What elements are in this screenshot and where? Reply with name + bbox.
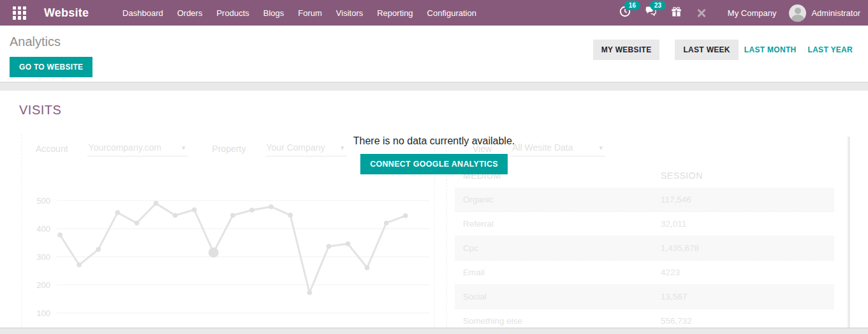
- navbar-systray: 16 23 My Company Administrator: [614, 3, 860, 22]
- empty-state-overlay: There is no data currently available. CO…: [0, 135, 868, 174]
- messages-button[interactable]: 23: [640, 3, 662, 22]
- company-switcher[interactable]: My Company: [728, 8, 777, 18]
- svg-text:500: 500: [36, 196, 50, 206]
- main-menu: Dashboard Orders Products Blogs Forum Vi…: [115, 8, 483, 18]
- menu-item-visitors[interactable]: Visitors: [329, 8, 370, 18]
- menu-item-configuration[interactable]: Configuration: [420, 8, 483, 18]
- table-cell: 32,011: [661, 219, 834, 229]
- apps-grid-icon[interactable]: [13, 6, 26, 20]
- svg-text:100: 100: [36, 308, 50, 318]
- user-avatar: [789, 4, 806, 22]
- my-website-button[interactable]: MY WEBSITE: [593, 40, 660, 60]
- table-row: Organic117,546: [455, 188, 834, 212]
- svg-text:200: 200: [36, 280, 50, 290]
- table-cell: 13,567: [661, 292, 834, 301]
- app-brand[interactable]: Website: [44, 6, 89, 20]
- user-menu[interactable]: Administrator: [789, 4, 860, 22]
- top-navbar: Website Dashboard Orders Products Blogs …: [0, 0, 868, 26]
- table-cell: 1,435,678: [661, 243, 834, 253]
- table-cell: Social: [463, 292, 661, 301]
- page-title: Analytics: [10, 34, 92, 49]
- ghost-table-body: Organic117,546Referral32,011Cpc1,435,678…: [455, 188, 834, 328]
- menu-item-orders[interactable]: Orders: [170, 8, 210, 18]
- filter-last-year-button[interactable]: LAST YEAR: [802, 40, 859, 60]
- table-cell: Organic: [463, 195, 661, 204]
- visits-dashboard: VISITS Account Yourcompany.com ▾ Propert…: [0, 91, 868, 328]
- table-row: Email4223: [455, 261, 834, 285]
- table-cell: Cpc: [463, 243, 661, 253]
- activity-count-badge: 16: [624, 1, 640, 10]
- message-count-badge: 23: [650, 1, 666, 10]
- svg-text:400: 400: [36, 224, 50, 234]
- table-row: Cpc1,435,678: [455, 236, 834, 261]
- activities-button[interactable]: 16: [614, 3, 636, 22]
- developer-tools-button[interactable]: [691, 4, 712, 21]
- crossed-tools-icon: [696, 7, 707, 19]
- table-row: Referral32,011: [455, 212, 834, 236]
- menu-item-reporting[interactable]: Reporting: [370, 8, 420, 18]
- separator-band: [0, 82, 868, 91]
- page-bottom-band: [0, 328, 868, 334]
- menu-item-dashboard[interactable]: Dashboard: [115, 8, 170, 18]
- go-to-website-button[interactable]: GO TO WEBSITE: [10, 57, 92, 77]
- table-row: Something else556,732: [455, 309, 834, 328]
- rewards-button[interactable]: [666, 4, 687, 22]
- visits-section-title: VISITS: [19, 103, 61, 118]
- gift-icon: [671, 6, 682, 17]
- svg-text:300: 300: [36, 252, 50, 262]
- control-panel: Analytics GO TO WEBSITE MY WEBSITE LAST …: [0, 26, 868, 82]
- menu-item-products[interactable]: Products: [209, 8, 256, 18]
- table-cell: 117,546: [661, 195, 834, 204]
- user-name: Administrator: [811, 8, 860, 18]
- no-data-message: There is no data currently available.: [0, 135, 868, 147]
- table-cell: Email: [463, 268, 661, 277]
- menu-item-blogs[interactable]: Blogs: [256, 8, 291, 18]
- filter-last-month-button[interactable]: LAST MONTH: [739, 40, 802, 60]
- table-row: Social13,567: [455, 285, 834, 309]
- table-cell: 4223: [661, 268, 834, 277]
- filter-last-week-button[interactable]: LAST WEEK: [675, 40, 738, 60]
- table-cell: Referral: [463, 219, 661, 229]
- menu-item-forum[interactable]: Forum: [291, 8, 329, 18]
- ghost-visits-line-chart: 500400300200100: [22, 165, 434, 328]
- table-cell: 556,732: [661, 316, 834, 326]
- connect-google-analytics-button[interactable]: CONNECT GOOGLE ANALYTICS: [360, 154, 508, 174]
- table-cell: Something else: [463, 316, 661, 326]
